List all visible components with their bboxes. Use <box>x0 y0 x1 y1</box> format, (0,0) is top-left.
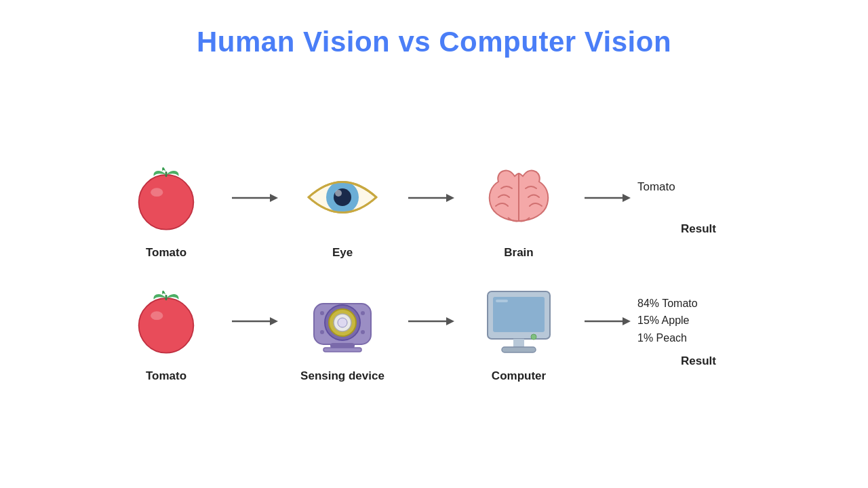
arrow-1 <box>224 188 285 208</box>
cv-tomato-label: Tomato <box>146 369 186 383</box>
human-result-item: Tomato Result <box>637 180 760 236</box>
cv-tomato-item: Tomato <box>108 280 224 383</box>
page-title: Human Vision vs Computer Vision <box>197 26 671 58</box>
svg-point-25 <box>320 330 324 334</box>
svg-point-7 <box>335 190 342 197</box>
brain-icon <box>478 157 559 238</box>
svg-marker-30 <box>446 317 454 325</box>
computer-vision-row: Tomato <box>0 280 868 383</box>
svg-rect-36 <box>496 300 508 302</box>
brain-label: Brain <box>504 246 533 260</box>
eye-icon <box>302 157 383 238</box>
svg-point-22 <box>338 318 347 327</box>
arrow-2 <box>400 188 461 208</box>
human-tomato-item: Tomato <box>108 157 224 260</box>
svg-point-13 <box>139 298 194 353</box>
cv-result-item: 84% Tomato15% Apple1% Peach Result <box>637 295 760 369</box>
svg-point-26 <box>361 330 365 334</box>
computer-icon <box>478 280 559 361</box>
diagram-container: Tomato <box>0 58 868 488</box>
sensing-device-item: Sensing device <box>285 280 400 383</box>
svg-point-0 <box>139 175 194 230</box>
computer-item: Computer <box>461 280 576 383</box>
human-result-label: Result <box>681 222 716 236</box>
arrow-4 <box>224 311 285 331</box>
human-result-value: Tomato <box>637 180 675 194</box>
cv-result-label: Result <box>681 354 716 368</box>
brain-item: Brain <box>461 157 576 260</box>
computer-label: Computer <box>492 369 546 383</box>
arrow-6 <box>576 311 637 331</box>
sensing-device-label: Sensing device <box>300 369 384 383</box>
human-tomato-label: Tomato <box>146 246 186 260</box>
human-vision-row: Tomato <box>0 157 868 260</box>
arrow-3 <box>576 188 637 208</box>
svg-marker-17 <box>270 317 278 325</box>
svg-point-1 <box>151 188 163 197</box>
eye-item: Eye <box>285 157 400 260</box>
cv-tomato-icon <box>125 280 207 361</box>
svg-marker-38 <box>623 317 631 325</box>
arrow-5 <box>400 311 461 331</box>
svg-rect-28 <box>323 348 361 352</box>
svg-marker-12 <box>623 194 631 202</box>
svg-point-14 <box>151 311 163 320</box>
sensing-device-icon <box>302 280 383 361</box>
eye-label: Eye <box>332 246 353 260</box>
svg-point-23 <box>320 311 324 315</box>
svg-marker-4 <box>270 194 278 202</box>
tomato-icon <box>125 157 207 238</box>
svg-marker-9 <box>446 194 454 202</box>
svg-rect-34 <box>502 347 536 352</box>
svg-point-35 <box>531 334 536 340</box>
cv-result-values: 84% Tomato15% Apple1% Peach <box>637 295 698 347</box>
svg-point-24 <box>361 311 365 315</box>
